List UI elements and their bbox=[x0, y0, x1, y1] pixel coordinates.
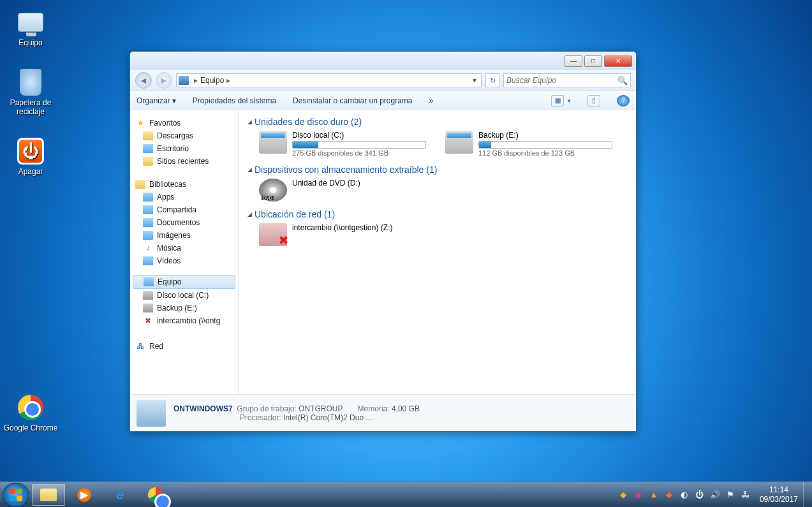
drive-name: intercambio (\\ontgestion) (Z:) bbox=[292, 223, 407, 233]
search-box[interactable]: 🔍 bbox=[503, 73, 631, 87]
sidebar-red[interactable]: 🖧Red bbox=[130, 340, 238, 353]
hdd-icon bbox=[259, 131, 287, 154]
drive-network[interactable]: intercambio (\\ontgestion) (Z:) bbox=[259, 223, 407, 246]
taskbar-app-ie[interactable]: e bbox=[103, 484, 137, 506]
minimize-button[interactable]: — bbox=[565, 55, 582, 67]
toolbar-more[interactable]: » bbox=[429, 96, 434, 105]
show-desktop-button[interactable] bbox=[803, 482, 809, 508]
hdd-icon bbox=[445, 131, 473, 154]
drive-e[interactable]: Backup (E:) 112 GB disponibles de 123 GB bbox=[445, 131, 612, 157]
dvd-icon bbox=[259, 179, 287, 202]
svg-rect-0 bbox=[10, 489, 15, 494]
music-icon: ♪ bbox=[143, 244, 153, 253]
tray-network-icon[interactable]: 🖧 bbox=[741, 490, 751, 500]
tray-icon[interactable]: ◉ bbox=[633, 490, 644, 500]
drive-c[interactable]: Disco local (C:) 275 GB disponibles de 3… bbox=[259, 131, 426, 157]
disconnected-drive-icon bbox=[259, 223, 287, 246]
videos-icon bbox=[143, 256, 153, 265]
desktop-icon-apagar[interactable]: ⏻ Apagar bbox=[3, 134, 59, 180]
sidebar-item-disk-c[interactable]: Disco local (C:) bbox=[130, 289, 238, 302]
chevron-right-icon[interactable]: ▸ bbox=[224, 76, 233, 85]
category-network[interactable]: ◢Ubicación de red (1) bbox=[247, 207, 627, 222]
clock-time: 11:14 bbox=[760, 485, 798, 494]
refresh-button[interactable]: ↻ bbox=[485, 73, 499, 87]
recycle-bin-icon bbox=[20, 69, 41, 96]
toolbar-organize[interactable]: Organizar ▾ bbox=[137, 96, 176, 105]
sidebar-item-escritorio[interactable]: Escritorio bbox=[130, 142, 238, 155]
view-options-button[interactable]: ▦ bbox=[551, 95, 564, 107]
chevron-down-icon: ▾ bbox=[172, 96, 176, 105]
tray-power-icon[interactable]: ⏻ bbox=[695, 490, 705, 500]
desktop-icon-label: Apagar bbox=[18, 167, 43, 176]
tray-flag-icon[interactable]: ⚑ bbox=[725, 490, 735, 500]
drive-name: Backup (E:) bbox=[478, 131, 612, 141]
drive-icon bbox=[143, 291, 153, 300]
search-input[interactable] bbox=[506, 76, 617, 85]
breadcrumb[interactable]: ▸ Equipo ▸ ▾ bbox=[176, 73, 482, 87]
sidebar-item-documentos[interactable]: Documentos bbox=[130, 216, 238, 229]
close-button[interactable]: ✕ bbox=[604, 55, 632, 67]
sidebar-item-compartida[interactable]: Compartida bbox=[130, 203, 238, 216]
sidebar-favorites[interactable]: ★Favoritos bbox=[130, 117, 238, 129]
taskbar: ▶ e ◆ ◉ ▲ ◆ ◐ ⏻ 🔊 ⚑ 🖧 11:14 09/03/2017 bbox=[0, 481, 812, 507]
taskbar-app-media[interactable]: ▶ bbox=[68, 484, 101, 506]
desktop-icon-equipo[interactable]: Equipo bbox=[3, 5, 59, 51]
help-button[interactable]: ? bbox=[617, 95, 630, 107]
category-removable[interactable]: ◢Dispositivos con almacenamiento extraíb… bbox=[247, 162, 627, 177]
computer-icon bbox=[137, 400, 166, 427]
category-hard-drives[interactable]: ◢Unidades de disco duro (2) bbox=[247, 114, 627, 129]
tray-volume-icon[interactable]: 🔊 bbox=[710, 490, 720, 500]
sidebar-item-musica[interactable]: ♪Música bbox=[130, 242, 238, 254]
desktop-icon-recycle[interactable]: Papelera de reciclaje bbox=[3, 65, 59, 120]
capacity-bar bbox=[292, 141, 426, 149]
media-player-icon: ▶ bbox=[77, 488, 91, 502]
chrome-icon bbox=[148, 487, 163, 503]
sidebar-item-intercambio[interactable]: ✖intercambio (\\ontg bbox=[130, 314, 238, 327]
network-drive-icon: ✖ bbox=[143, 316, 153, 325]
system-tray: ◆ ◉ ▲ ◆ ◐ ⏻ 🔊 ⚑ 🖧 bbox=[614, 490, 755, 500]
chevron-right-icon: ▸ bbox=[191, 76, 200, 85]
maximize-button[interactable]: □ bbox=[584, 55, 602, 67]
tray-icon[interactable]: ▲ bbox=[649, 490, 659, 500]
start-button[interactable] bbox=[3, 483, 29, 507]
taskbar-app-chrome[interactable] bbox=[139, 484, 172, 506]
preview-pane-button[interactable]: ▯ bbox=[587, 95, 600, 107]
tray-icon[interactable]: ◐ bbox=[679, 490, 690, 500]
folder-icon bbox=[143, 131, 153, 140]
desktop-icon-chrome[interactable]: Google Chrome bbox=[3, 390, 59, 436]
power-icon: ⏻ bbox=[17, 138, 44, 165]
forward-button[interactable]: ► bbox=[156, 72, 172, 89]
drive-dvd[interactable]: Unidad de DVD (D:) bbox=[259, 179, 407, 202]
sidebar-item-disk-e[interactable]: Backup (E:) bbox=[130, 302, 238, 314]
sidebar-item-apps[interactable]: Apps bbox=[130, 191, 238, 203]
capacity-bar bbox=[478, 141, 612, 149]
chrome-icon bbox=[18, 395, 43, 420]
libraries-icon bbox=[135, 180, 145, 189]
sidebar-item-videos[interactable]: Vídeos bbox=[130, 254, 238, 267]
sidebar-equipo[interactable]: Equipo bbox=[133, 275, 235, 289]
window-titlebar[interactable]: — □ ✕ bbox=[130, 52, 636, 70]
back-button[interactable]: ◄ bbox=[135, 72, 152, 89]
breadcrumb-location[interactable]: Equipo bbox=[200, 76, 224, 85]
desktop-icon-label: Google Chrome bbox=[4, 423, 58, 432]
desktop-icon-label: Equipo bbox=[18, 38, 42, 47]
toolbar: Organizar ▾ Propiedades del sistema Desi… bbox=[130, 91, 636, 110]
address-bar: ◄ ► ▸ Equipo ▸ ▾ ↻ 🔍 bbox=[130, 70, 636, 91]
taskbar-app-explorer[interactable] bbox=[32, 484, 65, 506]
toolbar-uninstall[interactable]: Desinstalar o cambiar un programa bbox=[293, 96, 412, 105]
folder-icon bbox=[143, 193, 153, 202]
sidebar-libraries[interactable]: Bibliotecas bbox=[130, 178, 238, 191]
taskbar-clock[interactable]: 11:14 09/03/2017 bbox=[755, 485, 803, 504]
search-icon[interactable]: 🔍 bbox=[617, 76, 628, 85]
computer-icon bbox=[18, 13, 43, 32]
sidebar-item-sitios[interactable]: Sitios recientes bbox=[130, 155, 238, 168]
chevron-down-icon[interactable]: ▾ bbox=[470, 76, 479, 85]
sidebar-item-descargas[interactable]: Descargas bbox=[130, 129, 238, 142]
sidebar-item-imagenes[interactable]: Imágenes bbox=[130, 229, 238, 242]
navigation-pane: ★Favoritos Descargas Escritorio Sitios r… bbox=[130, 110, 239, 394]
tray-icon[interactable]: ◆ bbox=[618, 490, 628, 500]
tray-icon[interactable]: ◆ bbox=[664, 490, 674, 500]
toolbar-system-properties[interactable]: Propiedades del sistema bbox=[193, 96, 276, 105]
explorer-window: — □ ✕ ◄ ► ▸ Equipo ▸ ▾ ↻ 🔍 Organizar ▾ P… bbox=[129, 51, 637, 432]
chevron-down-icon[interactable]: ▾ bbox=[568, 98, 571, 104]
